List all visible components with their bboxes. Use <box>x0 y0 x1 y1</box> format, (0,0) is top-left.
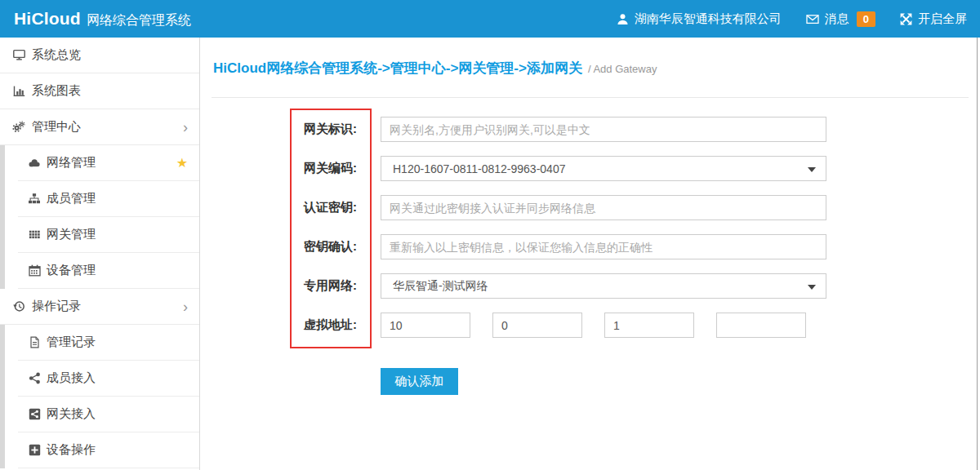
topbar: HiCloud 网络综合管理系统 湖南华辰智通科技有限公司 消息 0 开启全屏 <box>0 0 980 38</box>
sidebar-item-4[interactable]: 成员管理 <box>0 181 199 217</box>
virtual-address-octet-4[interactable] <box>716 313 806 338</box>
sidebar-item-label: 系统总览 <box>32 47 81 63</box>
sidebar-item-1[interactable]: 系统图表 <box>0 73 199 109</box>
sidebar-subitem-inner: 管理记录 <box>18 325 199 361</box>
grid-icon <box>25 228 43 241</box>
sitemap-icon <box>25 193 43 205</box>
private-network-select[interactable]: 华辰智通-测试网络 <box>381 273 826 299</box>
form-row-gateway-name: 网关标识: <box>200 117 980 142</box>
sidebar-subitem-inner: 成员管理 <box>18 181 199 217</box>
auth-key-field[interactable] <box>381 195 826 220</box>
breadcrumb: HiCloud网络综合管理系统->管理中心->网关管理->添加网关 / Add … <box>212 38 969 98</box>
chevron-right-icon: › <box>183 122 188 133</box>
layout: 系统总览系统图表管理中心›网络管理★成员管理网关管理设备管理操作记录›管理记录成… <box>0 38 980 470</box>
document-icon <box>25 336 43 348</box>
sidebar-subitem-inner: 设备操作 <box>18 432 199 468</box>
sidebar: 系统总览系统图表管理中心›网络管理★成员管理网关管理设备管理操作记录›管理记录成… <box>0 38 200 470</box>
add-gateway-form: 网关标识:网关编码:H120-1607-0811-0812-9963-0407认… <box>200 98 980 395</box>
sidebar-item-7[interactable]: 操作记录› <box>0 289 199 325</box>
chevron-right-icon: › <box>183 301 188 313</box>
sidebar-item-9[interactable]: 成员接入 <box>0 361 199 397</box>
form-row-auth-key: 认证密钥: <box>200 195 980 220</box>
sidebar-menu: 系统总览系统图表管理中心›网络管理★成员管理网关管理设备管理操作记录›管理记录成… <box>0 38 199 468</box>
desktop-icon <box>10 49 28 61</box>
plus-square-icon <box>25 444 43 456</box>
gateway-name-field[interactable] <box>381 117 826 142</box>
gateway-name-label: 网关标识: <box>200 122 357 137</box>
sidebar-item-label: 成员接入 <box>47 370 96 386</box>
sidebar-item-2[interactable]: 管理中心› <box>0 109 199 145</box>
fullscreen-toggle[interactable]: 开启全屏 <box>900 11 967 27</box>
main-content: HiCloud网络综合管理系统->管理中心->网关管理->添加网关 / Add … <box>200 38 980 470</box>
sidebar-subitem-inner: 网关接入 <box>18 397 199 432</box>
cloud-icon <box>25 157 43 169</box>
fullscreen-label: 开启全屏 <box>918 11 967 27</box>
messages-label: 消息 <box>825 11 849 27</box>
sidebar-item-label: 管理中心 <box>32 119 81 135</box>
brand-logo-text: HiCloud <box>14 9 81 29</box>
virtual-address-octet-1[interactable] <box>381 313 470 338</box>
submenu-group: 管理记录成员接入网关接入设备操作 <box>0 325 199 468</box>
virtual-address-octet-3[interactable] <box>604 313 694 338</box>
sidebar-item-label: 操作记录 <box>32 299 81 314</box>
fullscreen-icon <box>900 13 912 25</box>
user-icon <box>617 13 629 25</box>
share-icon <box>25 372 43 384</box>
sidebar-item-3[interactable]: 网络管理★ <box>0 145 199 181</box>
form-row-gateway-code: 网关编码:H120-1607-0811-0812-9963-0407 <box>200 156 980 181</box>
company-name: 湖南华辰智通科技有限公司 <box>635 11 782 27</box>
topbar-right: 湖南华辰智通科技有限公司 消息 0 开启全屏 <box>592 11 980 27</box>
sidebar-subitem-inner: 成员接入 <box>18 361 199 397</box>
sidebar-item-label: 网关管理 <box>47 227 96 242</box>
sidebar-item-10[interactable]: 网关接入 <box>0 397 199 432</box>
private-network-selected-value: 华辰智通-测试网络 <box>393 279 488 294</box>
chart-icon <box>10 85 28 97</box>
submenu-group: 网络管理★成员管理网关管理设备管理 <box>0 145 199 289</box>
form-row-key-confirm: 密钥确认: <box>200 234 980 259</box>
virtual-address-octet-2[interactable] <box>492 313 582 338</box>
breadcrumb-subtitle: / Add Gateway <box>588 63 657 75</box>
sidebar-subitem-inner: 网络管理★ <box>18 145 199 181</box>
private-network-label: 专用网络: <box>200 278 357 294</box>
sidebar-item-8[interactable]: 管理记录 <box>0 325 199 361</box>
breadcrumb-title: HiCloud网络综合管理系统->管理中心->网关管理->添加网关 <box>213 59 582 78</box>
sidebar-item-11[interactable]: 设备操作 <box>0 432 199 468</box>
key-confirm-label: 密钥确认: <box>200 239 357 255</box>
key-confirm-field[interactable] <box>381 234 826 259</box>
sidebar-item-5[interactable]: 网关管理 <box>0 217 199 253</box>
sidebar-subitem-inner: 设备管理 <box>18 253 199 289</box>
gateway-code-select[interactable]: H120-1607-0811-0812-9963-0407 <box>381 156 826 181</box>
app-brand: HiCloud 网络综合管理系统 <box>0 9 191 29</box>
confirm-add-button[interactable]: 确认添加 <box>381 368 458 395</box>
sidebar-item-label: 管理记录 <box>47 335 96 350</box>
star-icon: ★ <box>176 155 188 171</box>
mail-icon <box>806 13 819 25</box>
company-menu[interactable]: 湖南华辰智通科技有限公司 <box>617 11 782 27</box>
sidebar-subitem-inner: 网关管理 <box>18 217 199 253</box>
gateway-code-label: 网关编码: <box>200 161 357 176</box>
messages-menu[interactable]: 消息 0 <box>806 11 875 27</box>
form-row-private-network: 专用网络:华辰智通-测试网络 <box>200 273 980 299</box>
gateway-code-selected-value: H120-1607-0811-0812-9963-0407 <box>393 162 565 175</box>
sidebar-item-label: 设备管理 <box>47 263 96 278</box>
messages-count-badge: 0 <box>857 11 875 27</box>
scrollbar[interactable] <box>977 38 978 470</box>
virtual-address-label: 虚拟地址: <box>200 317 357 333</box>
gears-icon <box>10 121 28 133</box>
sidebar-item-0[interactable]: 系统总览 <box>0 38 199 73</box>
sidebar-item-6[interactable]: 设备管理 <box>0 253 199 289</box>
brand-subtitle: 网络综合管理系统 <box>87 12 191 29</box>
sidebar-item-label: 设备操作 <box>47 442 96 458</box>
share-square-icon <box>25 408 43 420</box>
sidebar-item-label: 网络管理 <box>47 155 96 171</box>
calendar-icon <box>25 264 43 277</box>
form-row-virtual-address: 虚拟地址: <box>200 313 980 338</box>
sidebar-item-label: 系统图表 <box>32 83 81 99</box>
sidebar-item-label: 网关接入 <box>47 406 96 422</box>
history-icon <box>10 300 28 313</box>
sidebar-item-label: 成员管理 <box>47 191 96 206</box>
auth-key-label: 认证密钥: <box>200 200 357 215</box>
